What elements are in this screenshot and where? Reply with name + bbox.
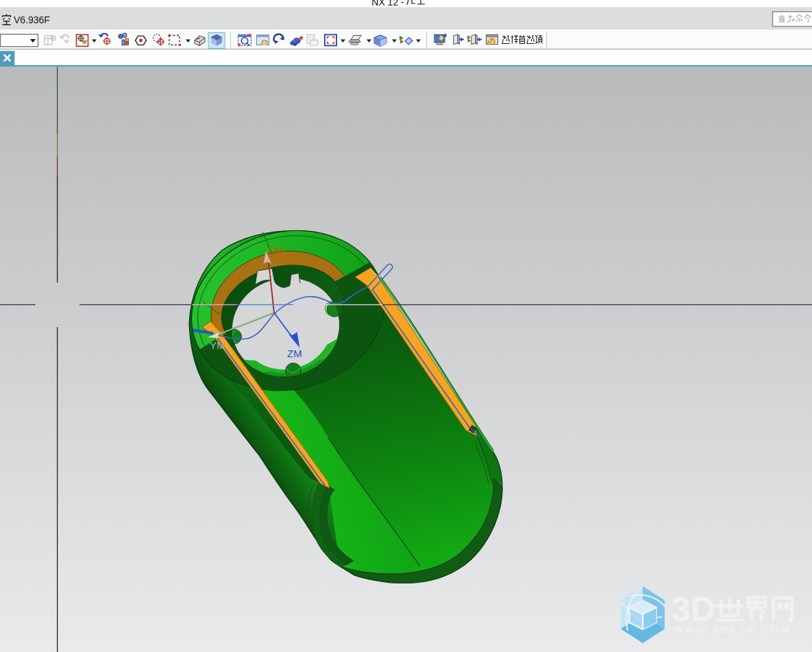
svg-text:YM: YM <box>210 339 225 351</box>
svg-text:V6.936F: V6.936F <box>14 14 50 25</box>
svg-text:XM: XM <box>268 244 284 256</box>
svg-text:NX 12 -: NX 12 - <box>371 0 404 8</box>
svg-text:3D: 3D <box>672 590 715 629</box>
svg-text:WWW.3DSJW.COM: WWW.3DSJW.COM <box>674 625 791 636</box>
svg-text:ZM: ZM <box>287 348 302 359</box>
